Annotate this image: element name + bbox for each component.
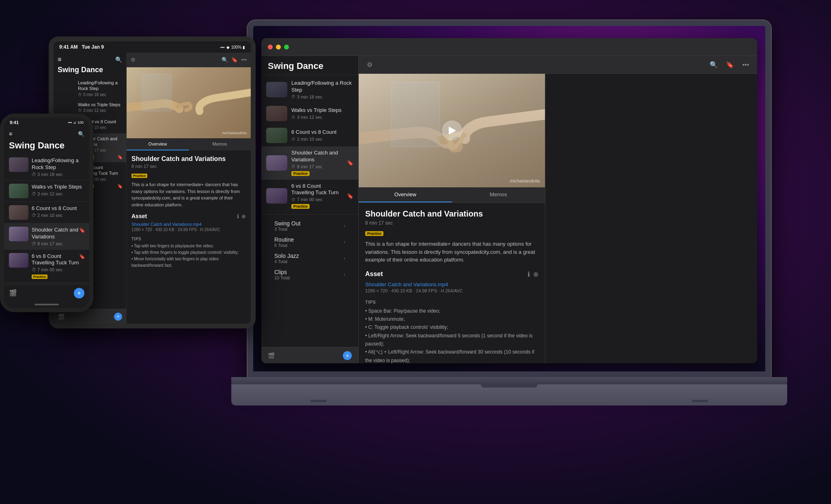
info-icon[interactable]: ℹ [237,213,239,219]
clock-icon: ⏱ [291,197,295,202]
item-title: Shoulder Catch and Variations [291,150,343,163]
tablet-statusbar: 9:41 AM Tue Jan 9 ▪▪▪ ◆ 100% ▮ [54,41,251,53]
phone-time: 9:41 [10,120,19,125]
list-item[interactable]: Walks vs Triple Steps ⏱ 3 min 12 sec [261,103,358,124]
wifi-icon: ◆ [226,45,230,49]
practice-badge: Practice [32,275,47,279]
detail-duration: 8 min 17 sec [365,220,538,226]
item-title: Leading/Following a Rock Step [78,80,122,92]
tab-memos[interactable]: Memos [189,138,251,150]
tool-icon[interactable]: ⚙ [131,57,136,63]
list-item[interactable]: Shoulder Catch and Variations ⏱ 8 min 17… [261,146,358,180]
item-title: 6 vs 8 Count Travelling Tuck Turn [32,253,84,267]
chevron-right-icon: › [344,272,345,277]
asset-filename[interactable]: Shoulder Catch and Variations.mp4 [365,281,538,287]
tablet-main: ⚙ 🔍 🔖 ••• michaelandv [127,53,251,324]
phone-statusbar: 9:41 ▪▪▪ ⊿ 100 [4,118,89,127]
menu-icon[interactable]: ≡ [58,56,61,63]
tips-section: TIPS • Space Bar: Play/pause the video; … [365,300,538,364]
tablet-video-area: michaelandvita. [127,67,251,138]
maximize-button[interactable] [284,45,289,49]
list-item[interactable]: 6 Count vs 8 Count ⏱ 2 min 10 sec [261,124,358,146]
cat-count: 6 Total [274,243,294,248]
clock-icon: ⏱ [291,164,295,169]
categories-section: Swing Out 3 Total › Routine 6 Total [261,214,358,284]
bookmark-icon[interactable]: 🔖 [231,57,238,63]
sidebar: Swing Dance Leading/Following a Rock Ste… [261,56,359,363]
film-icon[interactable]: 🎬 [9,289,17,297]
add-button[interactable]: + [74,288,84,298]
list-item[interactable]: Walks vs Triple Steps ⏱3 min 12 sec [4,180,89,202]
clock-icon: ⏱ [291,115,295,120]
share-icon[interactable]: ⊕ [533,270,538,278]
minimize-button[interactable] [276,45,281,49]
tips-content: • Space Bar: Play/pause the video; • M: … [365,307,538,364]
close-button[interactable] [268,45,273,49]
list-item[interactable]: 6 vs 8 Count Travelling Tuck Turn ⏱7 min… [4,250,89,283]
sidebar-title: Swing Dance [268,61,352,71]
detail-title: Shoulder Catch and Variations [365,209,538,219]
cat-name: Routine [274,236,294,243]
list-item[interactable]: Leading/Following a Rock Step ⏱ 3 min 18… [261,77,358,103]
more-icon[interactable]: ••• [241,57,247,63]
list-item[interactable]: Leading/Following a Rock Step ⏱3 min 18 … [4,154,89,180]
app-window: Swing Dance Leading/Following a Rock Ste… [261,38,757,363]
tab-overview[interactable]: Overview [127,138,189,150]
category-item-solo-jazz[interactable]: Solo Jazz 4 Total › [268,250,352,266]
item-duration: 8 min 17 sec [297,164,322,169]
category-item-routine[interactable]: Routine 6 Total › [268,234,352,250]
search-icon[interactable]: 🔍 [115,56,122,63]
item-duration: ⏱8 min 17 sec [32,241,84,246]
film-icon[interactable]: 🎬 [58,313,65,320]
tool-icon[interactable]: ⚙ [365,59,374,70]
category-item-swing-out[interactable]: Swing Out 3 Total › [268,218,352,234]
tips-content: • Tap with two fingers to play/pause the… [131,243,246,269]
list-item[interactable]: 6 vs 8 Count Travelling Tuck Turn ⏱ 7 mi… [261,180,358,213]
bookmark-toolbar-icon[interactable]: 🔖 [724,59,736,70]
search-icon[interactable]: 🔍 [222,57,228,63]
tablet-toolbar: ⚙ 🔍 🔖 ••• [127,53,251,67]
tablet-sidebar-title: Swing Dance [54,66,126,77]
share-icon[interactable]: ⊕ [241,213,246,219]
asset-filename[interactable]: Shoulder Catch and Variations.mp4 [131,222,246,227]
item-title: Leading/Following a Rock Step [291,80,353,94]
list-item[interactable]: 6 Count vs 8 Count ⏱2 min 10 sec [4,202,89,223]
add-button[interactable]: + [343,351,352,360]
content-toolbar: ⚙ 🔍 🔖 ••• [359,56,757,74]
video-container: michaelandvita. [359,74,545,187]
tips-section: TIPS • Tap with two fingers to play/paus… [131,237,246,269]
bookmark-icon: 🔖 [117,184,123,189]
cat-name: Swing Out [274,220,301,227]
app-titlebar [261,38,757,56]
asset-specs: 1280 × 720 · 430.10 KB · 24.98 FPS · H.2… [131,227,246,232]
tab-memos[interactable]: Memos [452,187,545,202]
item-title: Leading/Following a Rock Step [32,157,84,171]
phone-toolbar: ≡ 🔍 [4,127,89,140]
item-title: Walks vs Triple Steps [78,102,122,107]
more-icon[interactable]: ••• [741,60,751,70]
add-button[interactable]: + [114,313,122,321]
cat-name: Solo Jazz [274,253,299,259]
list-item[interactable]: Shoulder Catch and Variations ⏱8 min 17 … [4,223,89,250]
practice-badge: Practice [291,204,310,209]
list-item[interactable]: Leading/Following a Rock Step ⏱ 3 min 18… [54,77,126,99]
item-duration: ⏱3 min 12 sec [32,191,84,196]
category-item-clips[interactable]: Clips 10 Total › [268,266,352,283]
search-icon[interactable]: 🔍 [78,131,84,137]
info-icon[interactable]: ℹ [527,270,530,278]
item-duration: ⏱ 3 min 18 sec [78,92,122,97]
battery-indicator: 100% ▮ [231,45,245,49]
detail-badge: Practice [365,231,383,236]
tab-overview[interactable]: Overview [359,187,452,202]
asset-heading: Asset [365,270,383,278]
item-duration: 2 min 10 sec [297,137,322,142]
play-button[interactable] [442,120,462,141]
laptop: Swing Dance Leading/Following a Rock Ste… [231,20,787,466]
detail-description: This is a fun shape for intermediate+ da… [365,240,538,264]
detail-badge: Practice [131,174,147,178]
asset-specs: 1280 × 720 · 430.10 KB · 24.98 FPS · H.2… [365,288,538,293]
menu-icon[interactable]: ≡ [9,131,12,137]
video-watermark: michaelandvita. [510,178,541,183]
film-icon[interactable]: 🎬 [268,352,275,359]
search-icon[interactable]: 🔍 [708,59,719,70]
